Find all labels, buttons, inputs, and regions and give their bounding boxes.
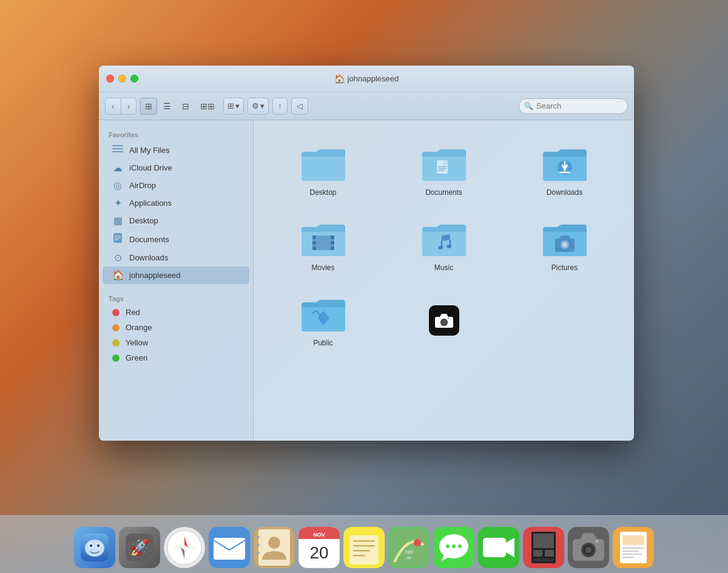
close-button[interactable] — [106, 75, 114, 83]
dock-item-launchpad[interactable]: 🚀 — [119, 527, 160, 568]
messages-icon — [433, 527, 474, 568]
desktop-folder-item[interactable]: Desktop — [266, 138, 380, 202]
sidebar-item-label: Documents — [129, 235, 169, 244]
sidebar-item-downloads[interactable]: ⊙ Downloads — [103, 249, 249, 266]
tag-button[interactable]: ◁ — [291, 98, 308, 115]
search-input[interactable] — [519, 98, 628, 114]
column-view-button[interactable]: ⊟ — [177, 98, 194, 115]
sidebar-item-documents[interactable]: Documents — [103, 229, 249, 249]
dock-item-facetime[interactable] — [478, 527, 519, 568]
svg-rect-16 — [312, 241, 316, 245]
dock-item-mail[interactable] — [209, 527, 250, 568]
dock-item-finder[interactable] — [74, 527, 115, 568]
sidebar-item-icloud-drive[interactable]: ☁ iCloud Drive — [103, 159, 249, 177]
dock-item-notes[interactable] — [343, 527, 385, 568]
svg-rect-92 — [622, 557, 635, 558]
content-area: Favorites All My Files ☁ iCloud Drive ◎ — [99, 120, 634, 441]
desktop-folder-name: Desktop — [309, 188, 336, 197]
calendar-icon: NOV 20 — [298, 527, 340, 568]
red-tag-dot — [112, 309, 120, 316]
sidebar-item-label: johnappleseed — [129, 271, 181, 280]
group-by-button[interactable]: ⊞ ▾ — [223, 98, 244, 115]
dock-item-photobooth[interactable] — [523, 527, 564, 568]
finder-icon — [74, 527, 115, 568]
cover-flow-button[interactable]: ⊞⊞ — [195, 98, 220, 115]
screenshot-item — [386, 289, 501, 352]
dock-item-pages[interactable] — [613, 527, 654, 568]
svg-rect-5 — [115, 237, 121, 239]
icon-view-button[interactable]: ⊞ — [140, 98, 157, 115]
sidebar-item-desktop[interactable]: ▦ Desktop — [103, 212, 249, 229]
list-view-button[interactable]: ☰ — [158, 98, 176, 115]
nav-buttons: ‹ › — [105, 98, 136, 115]
tag-icon: ◁ — [297, 101, 303, 110]
svg-rect-1 — [112, 148, 123, 149]
dock-item-calendar[interactable]: NOV 20 — [298, 527, 340, 568]
dock-item-camera[interactable] — [568, 527, 609, 568]
svg-point-33 — [85, 540, 104, 557]
svg-rect-89 — [622, 548, 644, 549]
svg-rect-0 — [112, 145, 123, 146]
dock-item-contacts[interactable] — [254, 527, 295, 568]
music-folder-icon — [420, 219, 468, 259]
desktop-icon: ▦ — [112, 215, 123, 226]
window-title-text: johnappleseed — [348, 74, 399, 83]
movies-folder-item[interactable]: Movies — [266, 214, 380, 277]
finder-window: 🏠 johnappleseed ‹ › ⊞ ☰ ⊟ ⊞⊞ ⊞ ▾ — [99, 66, 634, 441]
sidebar-item-all-my-files[interactable]: All My Files — [103, 141, 249, 159]
dock-item-safari[interactable] — [164, 527, 205, 568]
documents-folder-item[interactable]: Documents — [386, 138, 501, 202]
facetime-icon — [478, 527, 519, 568]
sidebar-item-yellow-tag[interactable]: Yellow — [103, 335, 249, 350]
sidebar-item-johnappleseed[interactable]: 🏠 johnappleseed — [103, 266, 249, 284]
icon-view-icon: ⊞ — [145, 101, 152, 111]
downloads-folder-item[interactable]: Downloads — [507, 138, 622, 202]
window-title: 🏠 johnappleseed — [334, 74, 399, 84]
sidebar-item-airdrop[interactable]: ◎ AirDrop — [103, 177, 249, 194]
file-grid: Desktop Documents — [254, 120, 634, 441]
dock-item-messages[interactable] — [433, 527, 474, 568]
downloads-folder-name: Downloads — [547, 188, 582, 197]
svg-rect-19 — [331, 241, 334, 245]
svg-point-64 — [414, 539, 421, 546]
svg-point-23 — [438, 246, 443, 249]
maximize-button[interactable] — [130, 75, 138, 83]
sidebar-item-applications[interactable]: ✦ Applications — [103, 194, 249, 212]
share-icon: ↑ — [278, 101, 282, 110]
documents-folder-name: Documents — [425, 188, 462, 197]
action-button[interactable]: ⚙ ▾ — [248, 98, 269, 115]
forward-button[interactable]: › — [121, 98, 137, 115]
music-folder-item[interactable]: Music — [386, 214, 501, 277]
all-my-files-icon — [112, 144, 123, 156]
svg-rect-49 — [256, 544, 260, 546]
dock-item-maps[interactable]: 280 3D — [388, 527, 430, 568]
sidebar-item-green-tag[interactable]: Green — [103, 350, 249, 365]
search-wrapper: 🔍 — [519, 98, 628, 114]
svg-rect-8 — [438, 166, 447, 168]
svg-rect-76 — [533, 534, 554, 548]
svg-point-47 — [268, 537, 280, 549]
share-button[interactable]: ↑ — [272, 98, 288, 115]
public-folder-item[interactable]: Public — [266, 289, 380, 352]
svg-point-36 — [90, 544, 93, 548]
sidebar-item-label: Orange — [126, 323, 152, 332]
minimize-button[interactable] — [118, 75, 126, 83]
svg-rect-79 — [533, 558, 554, 561]
sidebar-item-red-tag[interactable]: Red — [103, 305, 249, 320]
svg-text:20: 20 — [309, 543, 328, 562]
svg-rect-59 — [353, 545, 375, 547]
favorites-header: Favorites — [99, 126, 253, 141]
svg-rect-9 — [438, 168, 447, 169]
cover-flow-icon: ⊞⊞ — [200, 101, 215, 111]
svg-point-30 — [442, 320, 447, 325]
pictures-folder-item[interactable]: Pictures — [507, 214, 622, 277]
public-folder-icon — [299, 294, 348, 334]
sidebar-item-orange-tag[interactable]: Orange — [103, 320, 249, 335]
notes-icon — [343, 527, 385, 568]
documents-folder-icon — [420, 143, 468, 183]
svg-rect-50 — [256, 552, 260, 554]
back-button[interactable]: ‹ — [105, 98, 121, 115]
svg-text:NOV: NOV — [313, 532, 325, 538]
sidebar-item-label: Desktop — [129, 216, 158, 225]
orange-tag-dot — [112, 324, 120, 331]
